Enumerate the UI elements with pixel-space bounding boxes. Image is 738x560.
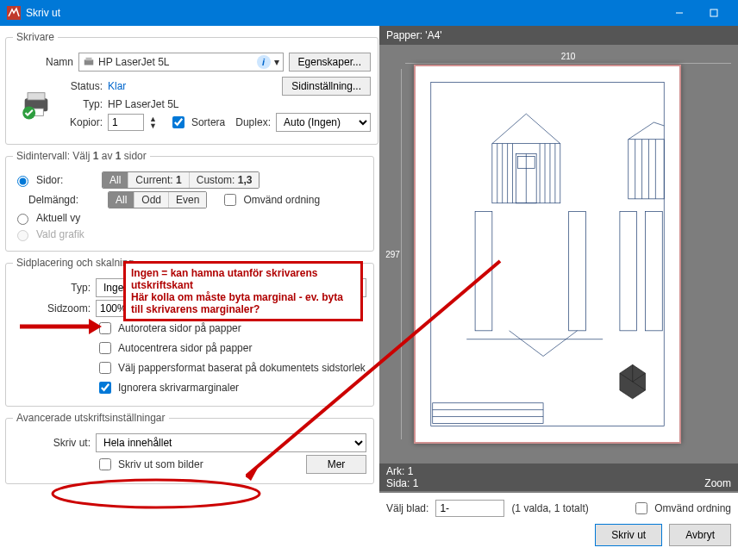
seg-current[interactable]: Current: 1 (128, 172, 189, 188)
zoom-label: Sidzoom: (13, 302, 91, 314)
print-as-images-label: Skriv ut som bilder (118, 458, 203, 470)
reverse-order-label: Omvänd ordning (243, 194, 320, 206)
reverse-label-bottom: Omvänd ordning (654, 502, 731, 514)
svg-rect-4 (86, 58, 92, 61)
zoom-indicator: Zoom (704, 477, 731, 489)
window-minimize-button[interactable] (662, 0, 697, 26)
seg-all[interactable]: All (103, 172, 128, 188)
duplex-select[interactable]: Auto (Ingen) (276, 113, 371, 132)
advanced-legend: Avancerade utskriftsinställningar (13, 412, 169, 424)
seg-sub-all[interactable]: All (109, 192, 134, 208)
pages-label: Sidor: (36, 174, 97, 186)
svg-rect-28 (569, 212, 586, 331)
seg-custom[interactable]: Custom: 1,3 (190, 172, 260, 188)
reverse-order-checkbox[interactable] (224, 194, 236, 206)
bottom-controls: Välj blad: (1 valda, 1 totalt) Omvänd or… (379, 493, 738, 560)
printer-small-icon (83, 56, 95, 68)
papersize-doc-label: Välj pappersformat baserat på dokumentet… (118, 362, 366, 374)
reverse-checkbox-bottom[interactable] (635, 502, 647, 514)
selected-graphic-label: Vald grafik (36, 228, 84, 240)
properties-button[interactable]: Egenskaper... (289, 53, 371, 72)
print-as-images-checkbox[interactable] (99, 458, 111, 470)
selected-count: (1 valda, 1 totalt) (511, 502, 588, 514)
duplex-label: Duplex: (235, 116, 271, 128)
preview-pane: Papper: 'A4' 210 297 (379, 26, 738, 560)
subset-label: Delmängd: (28, 194, 103, 206)
autocenter-label: Autocentrera sidor på papper (118, 342, 252, 354)
svg-rect-6 (28, 93, 45, 100)
placement-type-label: Typ: (13, 282, 91, 294)
selected-graphic-radio (17, 230, 28, 241)
print-what-select[interactable]: Hela innehållet (96, 433, 366, 452)
autocenter-checkbox[interactable] (99, 342, 111, 354)
print-what-label: Skriv ut: (13, 437, 91, 449)
ignore-margins-label: Ignorera skrivarmarginaler (118, 382, 239, 394)
printer-group: Skrivare Namn HP LaserJet 5L i ▾ Egenska… (5, 31, 378, 145)
svg-rect-27 (475, 212, 492, 331)
paper-header: Papper: 'A4' (379, 26, 738, 45)
ruler-top: 210 (405, 52, 731, 64)
page-range-group: Sidintervall: Välj 1 av 1 sidor Sidor: A… (5, 150, 374, 252)
pages-radio[interactable] (17, 176, 28, 187)
pages-which-segmented[interactable]: All Current: 1 Custom: 1,3 (102, 171, 260, 189)
copies-stepper-icon[interactable]: ▲▼ (149, 115, 157, 129)
status-value: Klar (108, 80, 126, 92)
svg-rect-30 (620, 212, 637, 331)
subset-segmented[interactable]: All Odd Even (108, 191, 207, 208)
autorotate-checkbox[interactable] (99, 322, 111, 334)
svg-rect-2 (710, 9, 717, 16)
app-icon (7, 6, 21, 20)
window-titlebar: Skriv ut (0, 0, 738, 26)
select-sheet-input[interactable] (435, 500, 504, 517)
current-view-label: Aktuell vy (36, 212, 80, 224)
printer-name-value[interactable]: HP LaserJet 5L (98, 56, 257, 68)
info-icon[interactable]: i (257, 55, 271, 69)
ignore-margins-checkbox[interactable] (99, 382, 111, 394)
current-view-radio[interactable] (17, 214, 28, 225)
annotation-callout: Ingen = kan hamna utanför skrivarens uts… (123, 261, 363, 321)
preview-footer: Ark: 1 Sida: 1 Zoom (379, 464, 738, 491)
ruler-left: 297 (385, 69, 402, 439)
cancel-button[interactable]: Avbryt (669, 524, 731, 546)
seg-sub-even[interactable]: Even (169, 192, 206, 208)
range-legend: Sidintervall: Välj 1 av 1 sidor (13, 150, 150, 162)
copies-input[interactable] (108, 114, 144, 131)
page-setup-button[interactable]: Sidinställning... (282, 77, 371, 96)
type-label: Typ: (65, 98, 103, 110)
papersize-doc-checkbox[interactable] (99, 362, 111, 374)
collate-label: Sortera (191, 116, 225, 128)
printer-legend: Skrivare (13, 31, 58, 43)
printer-name-label: Namn (13, 56, 73, 68)
more-button[interactable]: Mer (306, 455, 366, 474)
placement-legend: Sidplacering och skalning (13, 257, 137, 269)
status-label: Status: (65, 80, 103, 92)
preview-sheet (414, 65, 681, 444)
printer-dropdown-icon[interactable]: ▾ (274, 56, 279, 68)
sida-label: Sida: 1 (386, 477, 418, 489)
print-button[interactable]: Skriv ut (595, 524, 662, 546)
svg-rect-3 (84, 59, 94, 65)
svg-rect-31 (646, 212, 663, 331)
copies-label: Kopior: (65, 116, 103, 128)
window-title: Skriv ut (26, 7, 60, 19)
collate-checkbox[interactable] (172, 116, 184, 128)
ark-label: Ark: 1 (386, 465, 731, 477)
svg-rect-22 (629, 140, 664, 199)
type-value: HP LaserJet 5L (108, 98, 179, 110)
printer-status-icon (19, 87, 53, 121)
window-maximize-button[interactable] (697, 0, 731, 26)
advanced-group: Avancerade utskriftsinställningar Skriv … (5, 412, 374, 484)
select-sheet-label: Välj blad: (386, 502, 428, 514)
autorotate-label: Autorotera sidor på papper (118, 322, 241, 334)
seg-sub-odd[interactable]: Odd (134, 192, 169, 208)
svg-rect-32 (433, 403, 543, 424)
